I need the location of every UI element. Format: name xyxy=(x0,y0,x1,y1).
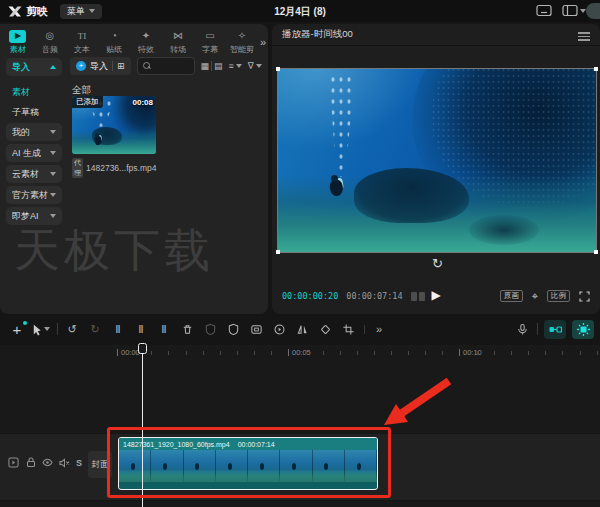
sidebar-import[interactable]: 导入 xyxy=(6,58,62,76)
divider xyxy=(57,323,58,335)
tab-audio[interactable]: ◎ 音频 xyxy=(34,30,66,55)
document-title: 12月4日 (8) xyxy=(274,5,326,19)
proxy-badge: 代理 xyxy=(72,158,83,178)
tab-effect[interactable]: ✦ 特效 xyxy=(130,30,162,55)
selection-handle[interactable] xyxy=(594,250,598,254)
tab-caption[interactable]: ▭ 字幕 xyxy=(194,30,226,55)
media-card[interactable]: 已添加 00:08 代理 1482736...fps.mp4 xyxy=(72,96,156,178)
ruler-tick xyxy=(442,351,443,355)
app-logo: 剪映 xyxy=(8,4,48,19)
ratio-button[interactable]: 比例 xyxy=(547,290,570,302)
mask-button[interactable] xyxy=(224,320,242,338)
tab-text[interactable]: TI 文本 xyxy=(66,30,98,55)
ruler-label: 00:10 xyxy=(463,348,482,357)
chevron-down-icon xyxy=(89,9,95,16)
view-grid-icon[interactable]: ▦ ▤ xyxy=(201,61,223,71)
mute-icon[interactable] xyxy=(59,458,70,468)
split-left-button[interactable]: Ⅱ xyxy=(132,320,150,338)
preview-zoom-toggle[interactable] xyxy=(572,320,594,339)
tab-smart[interactable]: ✧ 智能剪 xyxy=(226,30,258,55)
sidebar-item-subdraft[interactable]: 子草稿 xyxy=(6,103,62,121)
crop-button[interactable] xyxy=(339,320,357,338)
play-button[interactable]: ▶ xyxy=(431,288,440,302)
playhead-handle[interactable] xyxy=(138,343,147,354)
record-voice-button[interactable] xyxy=(513,320,531,338)
link-toggle[interactable] xyxy=(544,320,566,339)
video-thumbnail[interactable]: 已添加 00:08 xyxy=(72,96,156,154)
rotate-button[interactable] xyxy=(316,320,334,338)
sidebar-item-cloud[interactable]: 云素材 xyxy=(6,165,62,183)
ruler-tick xyxy=(323,351,324,355)
sidebar-item-ai-generate[interactable]: AI 生成 xyxy=(6,144,62,162)
sidebar-item-mine[interactable]: 我的 xyxy=(6,123,62,141)
import-button[interactable]: + 导入 ⊞ xyxy=(70,57,131,75)
fullscreen-icon[interactable] xyxy=(579,291,590,302)
ruler-tick xyxy=(545,351,546,355)
topbar: 剪映 菜单 12月4日 (8) xyxy=(0,0,600,22)
player-panel: 播放器-时间线00 ↻ 00:00:00:20 00:00:07:14 xyxy=(272,24,600,314)
logo-icon xyxy=(8,6,22,17)
export-button-partial[interactable] xyxy=(586,3,600,19)
solo-toggle[interactable]: S xyxy=(76,458,82,468)
ruler-tick xyxy=(271,351,272,355)
chevron-down-icon xyxy=(50,151,56,158)
player-menu-icon[interactable] xyxy=(578,32,590,43)
clip-duration-badge: 00:08 xyxy=(133,98,153,107)
total-time: 00:00:07:14 xyxy=(346,291,402,301)
sticker-icon: ◔ xyxy=(111,30,117,43)
text-icon: TI xyxy=(78,30,87,43)
filter-dropdown[interactable]: ∇ xyxy=(248,61,262,71)
search-input[interactable] xyxy=(137,57,195,75)
overlay-button[interactable] xyxy=(247,320,265,338)
selection-handle[interactable] xyxy=(276,250,280,254)
ruler-tick xyxy=(408,351,409,355)
quality-button[interactable]: 原画 xyxy=(500,290,523,302)
split-button[interactable]: Ⅱ xyxy=(109,320,127,338)
selection-handle[interactable] xyxy=(276,67,280,71)
sidebar-item-material[interactable]: 素材 xyxy=(6,83,62,101)
ruler-tick xyxy=(391,351,392,355)
reverse-button[interactable] xyxy=(270,320,288,338)
tab-sticker[interactable]: ◔ 贴纸 xyxy=(98,30,130,55)
lock-icon[interactable] xyxy=(25,457,36,468)
transition-icon: ⋈ xyxy=(173,30,183,43)
hide-track-icon[interactable] xyxy=(42,458,53,467)
ruler-tick xyxy=(357,351,358,355)
split-right-button[interactable]: Ⅱ xyxy=(155,320,173,338)
ruler-tick xyxy=(374,351,375,355)
mirror-button[interactable] xyxy=(293,320,311,338)
reset-rotate-icon[interactable]: ↻ xyxy=(430,256,445,271)
media-filename: 1482736...fps.mp4 xyxy=(86,163,156,173)
selection-handle[interactable] xyxy=(594,67,598,71)
diver xyxy=(93,131,106,146)
frame-step-icon[interactable] xyxy=(411,292,425,301)
rock xyxy=(469,215,539,244)
ruler-tick xyxy=(580,351,581,355)
watermark-text: 天极下载 xyxy=(14,220,258,282)
track-type-icon xyxy=(8,457,19,468)
minibar-icon[interactable] xyxy=(536,4,552,17)
ruler-tick xyxy=(511,351,512,355)
sidebar-item-official[interactable]: 官方素材 xyxy=(6,186,62,204)
timeline-ruler[interactable]: 00:00 00:05 00:10 xyxy=(0,345,600,361)
tabs-more-icon[interactable]: » xyxy=(260,36,266,48)
chevron-down-icon xyxy=(50,172,56,179)
tab-material[interactable]: ▶ 素材 xyxy=(2,30,34,55)
tab-transition[interactable]: ⋈ 转场 xyxy=(162,30,194,55)
layout-icon[interactable] xyxy=(562,4,578,17)
delete-button[interactable] xyxy=(178,320,196,338)
video-preview[interactable] xyxy=(278,69,596,252)
freeze-frame-button[interactable] xyxy=(201,320,219,338)
redo-button[interactable]: ↻ xyxy=(86,320,104,338)
sort-dropdown[interactable]: ≡ xyxy=(229,61,242,71)
toolbar-more-icon[interactable]: » xyxy=(370,320,388,338)
add-button[interactable]: + xyxy=(8,320,26,338)
focus-icon[interactable]: ⌖ xyxy=(532,290,538,302)
ruler-tick xyxy=(203,351,204,355)
divider xyxy=(211,61,212,71)
ruler-tick xyxy=(151,351,152,355)
select-tool[interactable] xyxy=(31,320,50,338)
undo-button[interactable]: ↺ xyxy=(63,320,81,338)
library-grid-icon[interactable]: ⊞ xyxy=(117,61,125,71)
menu-button[interactable]: 菜单 xyxy=(60,4,102,19)
